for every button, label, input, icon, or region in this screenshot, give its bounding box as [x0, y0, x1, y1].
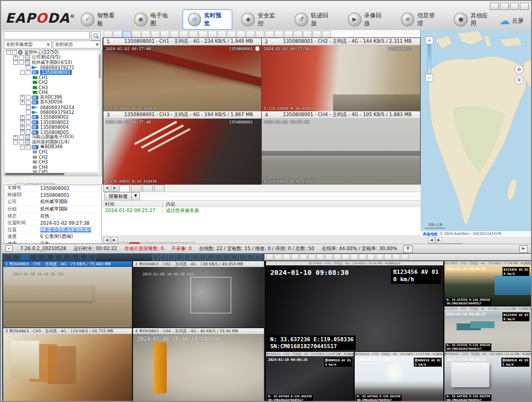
search-input[interactable] — [4, 31, 90, 40]
save-icon[interactable] — [274, 31, 283, 38]
map-layers-icon[interactable]: ◍ — [515, 65, 524, 74]
bl-page-up-icon[interactable] — [168, 254, 175, 261]
layout-6-icon[interactable] — [132, 31, 141, 38]
tree-ch3[interactable]: CH3 — [4, 85, 101, 90]
fullscreen-icon[interactable] — [322, 31, 331, 38]
page-tab-4[interactable] — [154, 185, 165, 192]
bl-layout-8-icon[interactable] — [38, 254, 45, 261]
map-locate-icon[interactable]: ⊕ — [515, 75, 524, 84]
tabs-next-icon[interactable]: ▶ — [111, 237, 118, 244]
expander-icon[interactable] — [13, 140, 18, 145]
checkbox[interactable] — [19, 135, 24, 140]
nav-track-playback[interactable]: ↺ 轨迹回放 — [290, 10, 339, 29]
nav-electronic-map[interactable]: ◉ 电子地图 — [129, 10, 178, 29]
expander-icon[interactable] — [20, 145, 25, 150]
zoom-in-icon[interactable] — [179, 31, 188, 38]
status-select[interactable]: 全部状态▼ — [53, 41, 101, 49]
bl-stop-icon[interactable] — [4, 254, 12, 261]
br-pause-icon[interactable] — [274, 254, 282, 260]
statusbar-dropdown-icon[interactable]: ▼ — [403, 245, 413, 253]
expander-icon[interactable] — [20, 120, 25, 125]
tree-ch4-2[interactable]: CH4 — [4, 165, 101, 169]
nav-live-preview[interactable]: ◎ 实时预览 — [183, 9, 233, 30]
bl-aspect-icon[interactable] — [184, 254, 191, 261]
page-prev-icon[interactable]: ◀ — [103, 185, 110, 192]
bl-zoom-out-icon[interactable] — [160, 254, 167, 261]
br-fullscreen-icon[interactable] — [401, 254, 408, 260]
zoom-out-icon[interactable]: − — [425, 74, 433, 82]
checkbox[interactable] — [26, 130, 31, 135]
expander-icon[interactable] — [20, 70, 25, 75]
nav-video-playback[interactable]: ▶ 录像回放 — [343, 10, 392, 29]
bl-delete-icon[interactable] — [239, 254, 246, 261]
mdvr-feed-main[interactable]: 2024-01-10 09:08:30 B123456 AV 010 km/h … — [266, 265, 443, 352]
map-tabs-prev-icon[interactable]: ◀ — [428, 237, 435, 244]
event-row[interactable]: 2024-01-02 09:25:27 成功登录服务器 — [102, 207, 421, 214]
cctv-cell-2[interactable]: 2 粤DA9863 - CH2 - 主码流 - 4G - 138 KB/S / … — [132, 261, 264, 328]
checkbox[interactable] — [26, 115, 31, 120]
video-cell-1[interactable]: 11350808001 - CH1 - 主码流 - 4G - 234 KB/S … — [103, 38, 261, 111]
search-icon[interactable] — [91, 31, 101, 41]
layout-10-icon[interactable] — [160, 31, 169, 38]
br-layout-6-icon[interactable] — [291, 254, 299, 260]
checkbox[interactable] — [19, 55, 24, 60]
br-page-down-icon[interactable] — [334, 254, 341, 260]
checkbox[interactable] — [26, 95, 31, 100]
bl-layout-13-icon[interactable] — [55, 254, 62, 261]
tree-device-068069379271[interactable]: 068069379271 — [4, 65, 101, 70]
bl-layout-25-icon[interactable] — [72, 254, 79, 261]
page-down-icon[interactable] — [208, 31, 217, 38]
close-button[interactable] — [520, 3, 529, 10]
video-feed-ch2[interactable]: 2024-01-02 09:27:50 1350808001 E:119.448… — [262, 45, 420, 112]
cctv-cell-1[interactable]: 1 粤DA9863 - CH1 - 主码流 - 4G - 23 KB/S / 7… — [3, 261, 132, 328]
bl-layout-4-icon[interactable] — [21, 254, 28, 261]
page-tab-3[interactable] — [142, 185, 153, 192]
pause-icon[interactable] — [113, 31, 122, 38]
tree-ch3-2[interactable]: CH3 — [4, 160, 101, 165]
br-layout-4-icon[interactable] — [283, 254, 290, 260]
talk-icon[interactable] — [312, 31, 321, 38]
page-up-icon[interactable] — [198, 31, 207, 38]
mdvr-feed-av1b[interactable]: 2024-01-10 09:08:26 苏HD0910 AV 014 km/h … — [266, 356, 354, 402]
delete-icon[interactable] — [293, 31, 302, 38]
bl-save-icon[interactable] — [231, 254, 238, 261]
statusbar-expand-icon[interactable]: ▶ — [519, 245, 528, 253]
stop-icon[interactable] — [103, 31, 112, 38]
expander-icon[interactable] — [13, 60, 18, 65]
tree-ch2-2[interactable]: CH2 — [4, 155, 101, 159]
checkbox[interactable] — [26, 110, 31, 114]
expander-icon[interactable] — [20, 95, 25, 100]
cctv-feed-ch1[interactable]: 2024-01-08 16:46:38 CH1 — [3, 267, 132, 328]
bl-talk-icon[interactable] — [247, 254, 254, 261]
map-view[interactable]: + − ◍ ⊕ 300 公里 高德地图 © 2024 AutoNavi - GS… — [421, 30, 532, 237]
expander-icon[interactable] — [20, 130, 25, 135]
bl-layout-full-icon[interactable] — [89, 254, 96, 261]
aspect-ratio-icon[interactable] — [217, 31, 226, 38]
mdvr-feed-av3[interactable]: 2024-01-10 09:08:27 B123456 AV 030 km/h … — [444, 311, 531, 352]
video-cell-2[interactable]: 21350808001 - CH2 - 主码流 - 4G - 144 KB/S … — [262, 38, 420, 111]
br-zoom-in-icon[interactable] — [308, 254, 316, 260]
tree-vehicle-1350808003[interactable]: 1350808003 — [4, 120, 101, 125]
checkbox[interactable] — [19, 140, 24, 145]
video-feed-ch4[interactable]: 2024-01-02 09:27:48 E:119.44831 N:34.418… — [262, 119, 420, 185]
tree-horizontal-scrollbar[interactable] — [4, 173, 98, 176]
page-tab-1[interactable] — [119, 185, 130, 192]
br-zoom-out-icon[interactable] — [317, 254, 324, 260]
bl-pause-icon[interactable] — [13, 254, 20, 261]
br-stop-icon[interactable] — [266, 254, 273, 260]
tree-vehicle-1350808004[interactable]: 1350808004 — [4, 125, 101, 130]
bl-stop2-icon[interactable] — [223, 254, 230, 261]
tree-ch2[interactable]: CH2 — [4, 80, 101, 85]
video-cell-4[interactable]: 41350808001 - CH4 - 主码流 - 4G - 105 KB/S … — [262, 111, 420, 184]
cctv-cell-3[interactable]: 3 粤DA9863 - CH3 - 主码流 - 4G - 129 KB/S / … — [3, 328, 132, 402]
nav-info-management[interactable]: ≡ 信息管理 — [396, 10, 445, 29]
cctv-feed-ch2[interactable]: 2024-01-08 16:46:38 CH2 — [133, 267, 264, 328]
layout-16-icon[interactable] — [170, 31, 179, 38]
tree-vertical-scrollbar[interactable] — [98, 50, 101, 176]
tree-vehicle-suA3D056[interactable]: 苏A3D056 — [4, 100, 101, 104]
mdvr-side-tile-1[interactable]: B123456 - CH2 - 主码流 - 4G - 170 KB/S / 17… — [444, 261, 531, 306]
zoom-in-icon[interactable]: + — [425, 36, 433, 44]
nav-smart-dashboard[interactable]: ✓ 智慧看板 — [76, 10, 125, 29]
tree-device-068069379214[interactable]: 068069379214 — [4, 105, 101, 110]
checkbox[interactable] — [12, 50, 17, 55]
